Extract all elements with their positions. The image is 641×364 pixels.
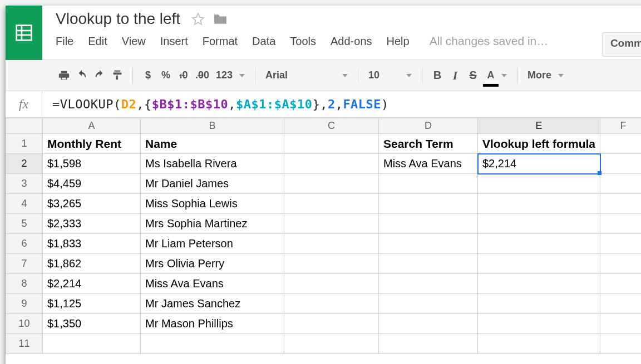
decrease-decimal-button[interactable]: .0 bbox=[175, 67, 192, 84]
cell-A4[interactable]: $3,265 bbox=[43, 194, 141, 214]
cell-E3[interactable] bbox=[478, 174, 600, 194]
cell-C8[interactable] bbox=[284, 274, 379, 294]
cell-E10[interactable] bbox=[478, 314, 600, 334]
formula-input[interactable]: =VLOOKUP(D2,{$B$1:$B$10,$A$1:$A$10},2,FA… bbox=[42, 97, 389, 111]
cell-C1[interactable] bbox=[284, 134, 379, 154]
cell-E7[interactable] bbox=[478, 254, 600, 274]
row-header-2[interactable]: 2 bbox=[6, 154, 43, 174]
italic-button[interactable]: I bbox=[447, 67, 464, 84]
menu-file[interactable]: File bbox=[56, 35, 73, 48]
star-icon[interactable] bbox=[191, 12, 205, 26]
cell-A1[interactable]: Monthly Rent bbox=[43, 134, 141, 154]
cell-D2[interactable]: Miss Ava Evans bbox=[379, 154, 478, 174]
cell-B9[interactable]: Mr James Sanchez bbox=[141, 294, 284, 314]
cell-E1[interactable]: Vlookup left formula bbox=[478, 134, 600, 154]
cell-B3[interactable]: Mr Daniel James bbox=[141, 174, 284, 194]
menu-insert[interactable]: Insert bbox=[160, 35, 188, 48]
menu-data[interactable]: Data bbox=[252, 35, 275, 48]
cell-B4[interactable]: Miss Sophia Lewis bbox=[141, 194, 284, 214]
cell-C6[interactable] bbox=[284, 234, 379, 254]
cell-E11[interactable] bbox=[478, 334, 600, 354]
paint-format-button[interactable] bbox=[109, 67, 126, 84]
bold-button[interactable]: B bbox=[429, 67, 446, 84]
spreadsheet-grid[interactable]: ABCDEF1Monthly RentNameSearch TermVlooku… bbox=[6, 118, 641, 364]
document-title[interactable]: Vlookup to the left bbox=[56, 11, 180, 27]
cell-D5[interactable] bbox=[379, 214, 478, 234]
column-header-E[interactable]: E bbox=[478, 118, 600, 134]
currency-button[interactable]: $ bbox=[140, 67, 156, 84]
increase-decimal-button[interactable]: .00 bbox=[193, 67, 211, 84]
cell-D10[interactable] bbox=[379, 314, 478, 334]
text-color-button[interactable]: A bbox=[482, 67, 499, 84]
row-header-9[interactable]: 9 bbox=[6, 294, 43, 314]
cell-D8[interactable] bbox=[379, 274, 478, 294]
row-header-11[interactable]: 11 bbox=[6, 334, 43, 354]
more-button[interactable]: More bbox=[524, 69, 567, 81]
row-header-5[interactable]: 5 bbox=[6, 214, 43, 234]
cell-B11[interactable] bbox=[141, 334, 284, 354]
column-header-A[interactable]: A bbox=[43, 118, 141, 134]
column-header-F[interactable]: F bbox=[600, 118, 641, 134]
cell-F2[interactable] bbox=[600, 154, 641, 174]
cell-F10[interactable] bbox=[600, 314, 641, 334]
cell-B10[interactable]: Mr Mason Phillips bbox=[141, 314, 284, 334]
font-size-dropdown[interactable]: 10 bbox=[365, 69, 415, 81]
cell-B1[interactable]: Name bbox=[141, 134, 284, 154]
cell-A11[interactable] bbox=[43, 334, 141, 354]
cell-F11[interactable] bbox=[600, 334, 641, 354]
menu-edit[interactable]: Edit bbox=[88, 35, 107, 48]
menu-addons[interactable]: Add-ons bbox=[331, 35, 372, 48]
row-header-3[interactable]: 3 bbox=[6, 174, 43, 194]
column-header-C[interactable]: C bbox=[284, 118, 379, 134]
cell-A5[interactable]: $2,333 bbox=[43, 214, 141, 234]
cell-A9[interactable]: $1,125 bbox=[43, 294, 141, 314]
row-header-10[interactable]: 10 bbox=[6, 314, 43, 334]
cell-E5[interactable] bbox=[478, 214, 600, 234]
cell-C9[interactable] bbox=[284, 294, 379, 314]
cell-C4[interactable] bbox=[284, 194, 379, 214]
cell-C11[interactable] bbox=[284, 334, 379, 354]
row-header-7[interactable]: 7 bbox=[6, 254, 43, 274]
cell-B6[interactable]: Mr Liam Peterson bbox=[141, 234, 284, 254]
cell-E6[interactable] bbox=[478, 234, 600, 254]
cell-F3[interactable] bbox=[600, 174, 641, 194]
cell-D9[interactable] bbox=[379, 294, 478, 314]
cell-D1[interactable]: Search Term bbox=[379, 134, 478, 154]
row-header-8[interactable]: 8 bbox=[6, 274, 43, 294]
cell-D6[interactable] bbox=[379, 234, 478, 254]
cell-F7[interactable] bbox=[600, 254, 641, 274]
cell-E2[interactable]: $2,214 bbox=[478, 154, 600, 174]
cell-B5[interactable]: Mrs Sophia Martinez bbox=[141, 214, 284, 234]
menu-tools[interactable]: Tools bbox=[290, 35, 316, 48]
cell-B2[interactable]: Ms Isabella Rivera bbox=[141, 154, 284, 174]
cell-E8[interactable] bbox=[478, 274, 600, 294]
folder-icon[interactable] bbox=[213, 13, 228, 25]
cell-B8[interactable]: Miss Ava Evans bbox=[141, 274, 284, 294]
number-format-dropdown[interactable]: 123 bbox=[213, 69, 248, 81]
chevron-down-icon[interactable] bbox=[501, 74, 507, 77]
cell-E9[interactable] bbox=[478, 294, 600, 314]
cell-F1[interactable] bbox=[600, 134, 641, 154]
menu-view[interactable]: View bbox=[122, 35, 146, 48]
cell-C3[interactable] bbox=[284, 174, 379, 194]
menu-format[interactable]: Format bbox=[203, 35, 238, 48]
cell-D7[interactable] bbox=[379, 254, 478, 274]
strikethrough-button[interactable]: S bbox=[465, 67, 481, 84]
cell-F8[interactable] bbox=[600, 274, 641, 294]
cell-A7[interactable]: $1,862 bbox=[43, 254, 141, 274]
cell-F6[interactable] bbox=[600, 234, 641, 254]
menu-help[interactable]: Help bbox=[387, 35, 410, 48]
select-all-corner[interactable] bbox=[6, 118, 43, 134]
column-header-D[interactable]: D bbox=[379, 118, 478, 134]
cell-D11[interactable] bbox=[379, 334, 478, 354]
cell-F4[interactable] bbox=[600, 194, 641, 214]
cell-C10[interactable] bbox=[284, 314, 379, 334]
percent-button[interactable]: % bbox=[157, 67, 174, 84]
redo-button[interactable] bbox=[91, 67, 108, 84]
undo-button[interactable] bbox=[73, 67, 90, 84]
cell-E4[interactable] bbox=[478, 194, 600, 214]
cell-F5[interactable] bbox=[600, 214, 641, 234]
cell-C5[interactable] bbox=[284, 214, 379, 234]
row-header-6[interactable]: 6 bbox=[6, 234, 43, 254]
row-header-4[interactable]: 4 bbox=[6, 194, 43, 214]
